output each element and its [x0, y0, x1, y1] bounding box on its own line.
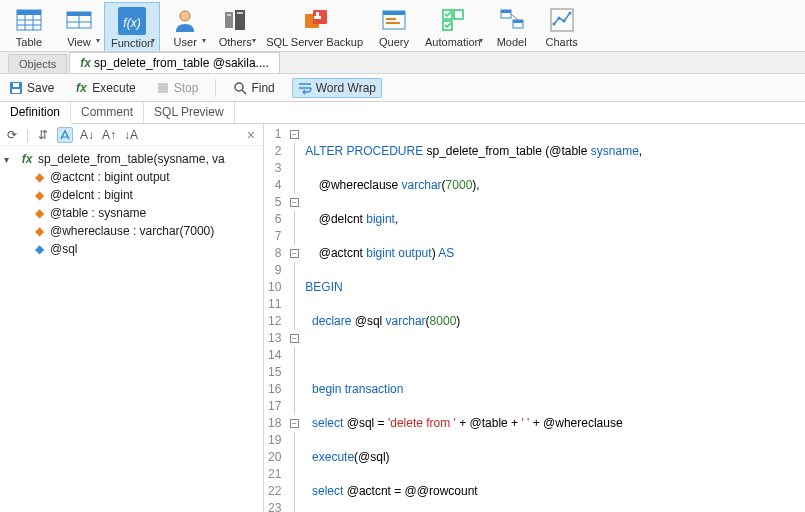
line-gutter: 123456789101112131415161718192021222324	[264, 124, 287, 512]
editor-sub-tabs: Definition Comment SQL Preview	[0, 102, 805, 124]
fold-toggle[interactable]: −	[290, 334, 299, 343]
svg-point-37	[562, 20, 565, 23]
side-toolbar: ⟳ | ⇵ A↓ A↑ ↓A ×	[0, 124, 263, 146]
svg-line-33	[511, 14, 518, 20]
tree-item[interactable]: ◆@sql	[32, 240, 259, 258]
ribbon-function[interactable]: f(x) Function ▾	[104, 2, 160, 51]
tree-item[interactable]: ◆@actcnt : bigint output	[32, 168, 259, 186]
table-icon	[13, 4, 45, 36]
highlight-icon[interactable]	[57, 127, 73, 143]
others-icon	[219, 4, 251, 36]
svg-rect-17	[237, 12, 243, 14]
ribbon-charts-label: Charts	[545, 36, 577, 48]
close-panel-icon[interactable]: ×	[247, 127, 259, 143]
tree-toggle-icon[interactable]: ⇵	[35, 127, 51, 143]
execute-icon: fx	[74, 81, 88, 95]
ribbon-view[interactable]: View ▾	[54, 2, 104, 51]
caret-icon: ▾	[479, 36, 483, 45]
caret-icon: ▾	[96, 36, 100, 45]
tree-item-label: @actcnt : bigint output	[50, 170, 170, 184]
ribbon-query-label: Query	[379, 36, 409, 48]
svg-point-35	[552, 23, 555, 26]
ribbon-query[interactable]: Query	[369, 2, 419, 51]
sort-desc-icon[interactable]: A↑	[101, 127, 117, 143]
ribbon-function-label: Function	[111, 37, 153, 49]
caret-icon: ▾	[252, 36, 256, 45]
refresh-icon[interactable]: ⟳	[4, 127, 20, 143]
tree-item[interactable]: ◆@table : sysname	[32, 204, 259, 222]
caret-icon: ▾	[202, 36, 206, 45]
tree-item[interactable]: ◆@whereclause : varchar(7000)	[32, 222, 259, 240]
find-button[interactable]: Find	[230, 79, 277, 97]
ribbon-toolbar: Table View ▾ f(x) Function ▾ User ▾ Othe…	[0, 0, 805, 52]
fold-toggle[interactable]: −	[290, 249, 299, 258]
tab-objects[interactable]: Objects	[8, 54, 67, 73]
word-wrap-button[interactable]: Word Wrap	[292, 78, 382, 98]
ribbon-others[interactable]: Others ▾	[210, 2, 260, 51]
query-icon	[378, 4, 410, 36]
stop-button: Stop	[153, 79, 202, 97]
param-icon: ◆	[32, 188, 46, 202]
fx-icon: fx	[80, 56, 91, 70]
svg-rect-27	[454, 10, 463, 19]
tree-item-label: @sql	[50, 242, 78, 256]
chevron-down-icon[interactable]: ▾	[4, 154, 16, 165]
svg-rect-21	[314, 16, 321, 19]
sort-az-icon[interactable]: ↓A	[123, 127, 139, 143]
ribbon-backup[interactable]: SQL Server Backup	[260, 2, 369, 51]
stop-icon	[156, 81, 170, 95]
action-bar: Save fx Execute Stop Find Word Wrap	[0, 74, 805, 102]
fx-icon: fx	[20, 152, 34, 166]
fold-toggle[interactable]: −	[290, 419, 299, 428]
tab-sql-preview[interactable]: SQL Preview	[144, 102, 235, 123]
fold-toggle[interactable]: −	[290, 198, 299, 207]
ribbon-model[interactable]: Model	[487, 2, 537, 51]
tree-item-label: @whereclause : varchar(7000)	[50, 224, 214, 238]
param-icon: ◆	[32, 206, 46, 220]
fold-toggle[interactable]: −	[290, 130, 299, 139]
ribbon-table[interactable]: Table	[4, 2, 54, 51]
var-icon: ◆	[32, 242, 46, 256]
charts-icon	[546, 4, 578, 36]
code-editor[interactable]: 123456789101112131415161718192021222324 …	[264, 124, 805, 512]
object-tree: ▾ fx sp_delete_from_table(sysname, va ◆@…	[0, 146, 263, 262]
save-icon	[9, 81, 23, 95]
svg-rect-41	[13, 83, 19, 87]
tab-active-label: sp_delete_from_table @sakila....	[94, 56, 269, 70]
svg-text:f(x): f(x)	[123, 16, 140, 30]
ribbon-automation[interactable]: Automation ▾	[419, 2, 487, 51]
caret-icon: ▾	[151, 36, 155, 45]
ribbon-others-label: Others	[219, 36, 252, 48]
save-button[interactable]: Save	[6, 79, 57, 97]
word-wrap-icon	[298, 81, 312, 95]
find-icon	[233, 81, 247, 95]
find-label: Find	[251, 81, 274, 95]
svg-line-44	[242, 90, 246, 94]
tree-root-label: sp_delete_from_table(sysname, va	[38, 152, 225, 166]
execute-button[interactable]: fx Execute	[71, 79, 138, 97]
tab-comment[interactable]: Comment	[71, 102, 144, 123]
sort-asc-icon[interactable]: A↓	[79, 127, 95, 143]
svg-rect-16	[227, 14, 231, 16]
tree-item-label: @delcnt : bigint	[50, 188, 133, 202]
ribbon-automation-label: Automation	[425, 36, 481, 48]
ribbon-view-label: View	[67, 36, 91, 48]
svg-rect-40	[12, 89, 20, 93]
svg-rect-32	[513, 20, 523, 23]
tab-definition[interactable]: Definition	[0, 102, 71, 124]
svg-point-38	[568, 12, 571, 15]
param-icon: ◆	[32, 224, 46, 238]
tree-item[interactable]: ◆@delcnt : bigint	[32, 186, 259, 204]
ribbon-table-label: Table	[16, 36, 42, 48]
ribbon-charts[interactable]: Charts	[537, 2, 587, 51]
execute-label: Execute	[92, 81, 135, 95]
save-label: Save	[27, 81, 54, 95]
backup-icon	[299, 4, 331, 36]
svg-rect-23	[383, 11, 405, 15]
code-area[interactable]: ALTER PROCEDURE sp_delete_from_table (@t…	[301, 124, 683, 512]
tab-active-proc[interactable]: fxsp_delete_from_table @sakila....	[69, 52, 280, 73]
svg-point-43	[235, 83, 243, 91]
tree-root[interactable]: ▾ fx sp_delete_from_table(sysname, va	[4, 150, 259, 168]
svg-rect-1	[17, 10, 41, 15]
ribbon-user[interactable]: User ▾	[160, 2, 210, 51]
